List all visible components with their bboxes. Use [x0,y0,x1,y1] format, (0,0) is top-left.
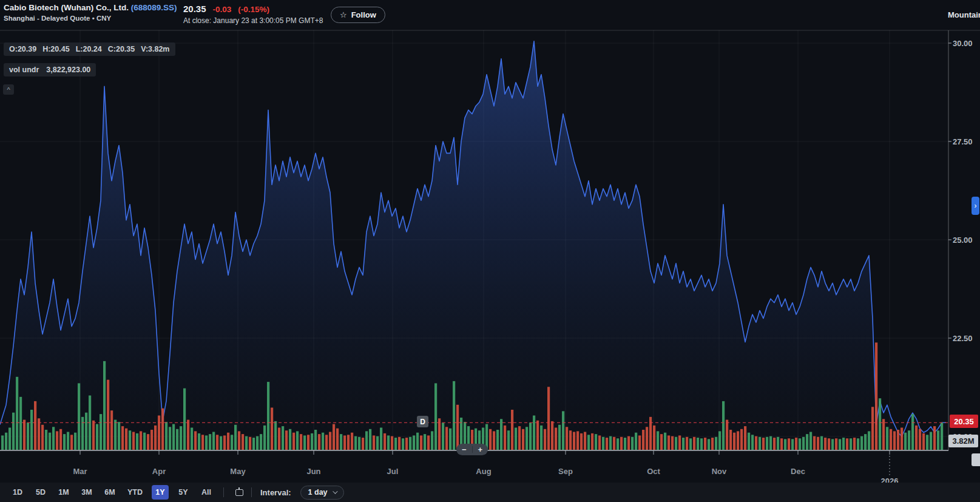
range-button-3m[interactable]: 3M [78,485,95,500]
interval-flag-badge: D [417,416,428,427]
price-tick-label: 27.50 [953,137,979,146]
range-button-6m[interactable]: 6M [101,485,118,500]
range-button-all[interactable]: All [198,485,215,500]
company-title: Cabio Biotech (Wuhan) Co., Ltd. (688089.… [4,3,177,12]
range-buttons: 1D5D1M3M6MYTD1Y5YAll [9,485,221,500]
last-price-badge: 20.35 [950,415,978,428]
month-label: Nov [712,467,727,476]
volume-indicator-readout: vol undr 3,822,923.00 [4,63,96,76]
month-label: Sep [558,467,573,476]
ohlc-value: C:20.35 [108,45,135,53]
chart-toolbar: 1D5D1M3M6MYTD1Y5YAll Interval: 1 day [0,483,980,502]
interval-select[interactable]: 1 day [300,486,344,500]
ohlc-readout: O:20.39H:20.45L:20.24C:20.35V:3.82m [4,42,175,56]
company-name: Cabio Biotech (Wuhan) Co., Ltd. [4,3,131,12]
chevron-down-icon [333,489,337,494]
zoom-controls: − + [456,444,488,455]
ticker-symbol-link[interactable]: (688089.SS) [131,3,177,12]
zoom-out-button[interactable]: − [456,444,472,455]
follow-label: Follow [351,10,376,19]
month-label: Dec [791,467,805,476]
price-tick-label: 30.00 [953,39,979,48]
indicator-label: vol undr [9,66,39,74]
month-label: Oct [647,467,660,476]
toolbar-divider [223,487,224,497]
collapse-chevron-icon[interactable]: ^ [3,84,14,95]
range-button-1y[interactable]: 1Y [152,485,169,500]
month-label: May [230,467,245,476]
price-tick-label: 25.00 [953,236,979,245]
month-label: Mar [73,467,87,476]
zoom-in-button[interactable]: + [473,444,488,455]
indicator-value: 3,822,923.00 [46,66,90,74]
navigator-arrow-handle[interactable]: › [972,197,979,215]
range-button-5y[interactable]: 5Y [175,485,192,500]
axis-corner-handle[interactable] [972,453,980,466]
ohlc-value: V:3.82m [141,45,169,53]
at-close-timestamp: At close: January 23 at 3:00:05 PM GMT+8 [183,16,323,25]
range-button-ytd[interactable]: YTD [124,485,146,500]
price-tick-label: 22.50 [953,334,979,343]
chart-type-dropdown[interactable]: Mountain [948,10,980,19]
interval-label: Interval: [260,488,291,497]
month-label: Jul [387,467,399,476]
month-label: Aug [476,467,491,476]
quote-row: 20.35 -0.03 (-0.15%) [183,4,269,14]
ohlc-value: O:20.39 [9,45,36,53]
exchange-line: Shanghai - Delayed Quote • CNY [4,15,111,22]
month-label: Apr [152,467,166,476]
ohlc-value: H:20.45 [42,45,69,53]
month-label: Jun [306,467,320,476]
range-button-1d[interactable]: 1D [9,485,26,500]
ohlc-value: L:20.24 [76,45,102,53]
last-price: 20.35 [183,4,206,14]
calendar-icon[interactable] [231,485,247,500]
interval-value: 1 day [308,488,328,497]
star-icon: ☆ [340,10,347,19]
toolbar-divider [251,487,252,497]
range-button-1m[interactable]: 1M [55,485,72,500]
price-change: -0.03 [213,5,232,14]
range-button-5d[interactable]: 5D [32,485,49,500]
price-chart-canvas[interactable] [0,0,980,502]
last-volume-badge: 3.82M [948,435,978,447]
follow-button[interactable]: ☆ Follow [331,7,385,23]
price-change-percent: (-0.15%) [238,5,269,14]
